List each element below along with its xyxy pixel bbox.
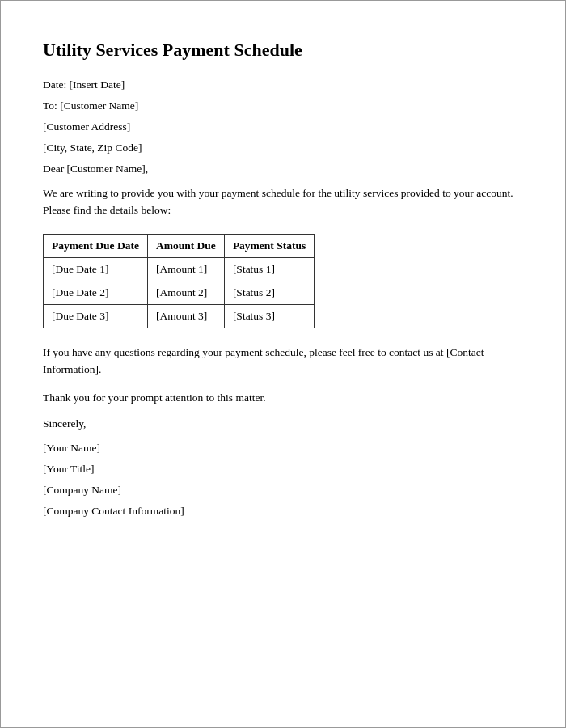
table-cell-2-0: [Due Date 3] [44,304,148,328]
your-name: [Your Name] [43,442,523,455]
table-row: [Due Date 1][Amount 1][Status 1] [44,257,315,281]
table-row: [Due Date 2][Amount 2][Status 2] [44,281,315,304]
table-cell-0-1: [Amount 1] [147,257,224,281]
salutation: Dear [Customer Name], [43,163,523,176]
table-cell-0-2: [Status 1] [224,257,314,281]
city-line: [City, State, Zip Code] [43,142,523,154]
intro-paragraph: We are writing to provide you with your … [43,185,523,219]
col-header-amount-due: Amount Due [147,234,224,257]
table-cell-2-2: [Status 3] [224,304,314,328]
col-header-payment-status: Payment Status [224,234,314,257]
col-header-due-date: Payment Due Date [44,234,148,257]
to-line: To: [Customer Name] [43,99,523,112]
company-name: [Company Name] [43,484,523,497]
sincerely-line: Sincerely, [43,417,523,430]
table-cell-2-1: [Amount 3] [147,304,224,328]
date-line: Date: [Insert Date] [43,78,523,91]
thank-you-line: Thank you for your prompt attention to t… [43,392,523,404]
closing-paragraph: If you have any questions regarding your… [43,345,523,379]
table-header-row: Payment Due Date Amount Due Payment Stat… [44,234,315,257]
table-cell-1-0: [Due Date 2] [44,281,148,304]
document-title: Utility Services Payment Schedule [43,40,523,61]
company-contact: [Company Contact Information] [43,505,523,518]
address-line: [Customer Address] [43,121,523,133]
payment-table: Payment Due Date Amount Due Payment Stat… [43,234,315,328]
table-cell-1-2: [Status 2] [224,281,314,304]
your-title: [Your Title] [43,463,523,476]
document-page: Utility Services Payment Schedule Date: … [0,0,566,728]
table-cell-0-0: [Due Date 1] [44,257,148,281]
table-cell-1-1: [Amount 2] [147,281,224,304]
table-row: [Due Date 3][Amount 3][Status 3] [44,304,315,328]
